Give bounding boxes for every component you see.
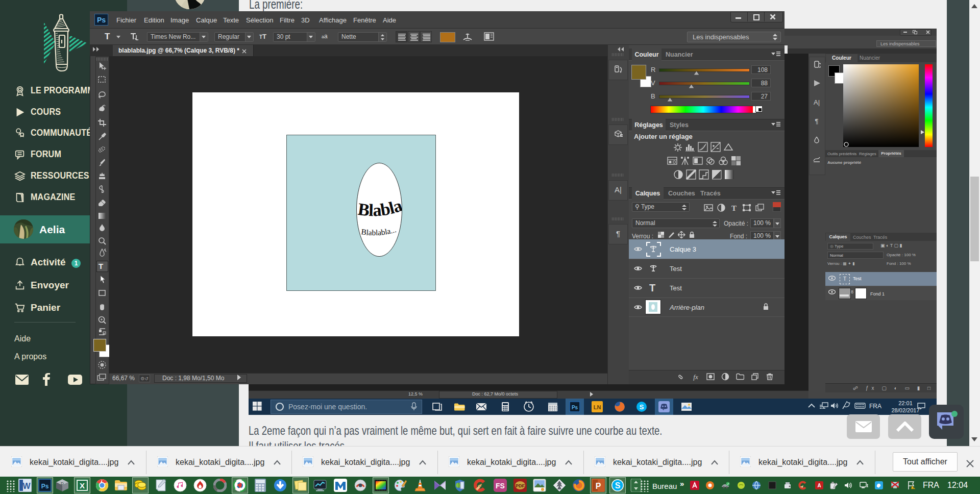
svg-text:W: W [22, 482, 31, 490]
svg-text:D: D [61, 481, 64, 486]
svg-text:Ps: Ps [572, 405, 578, 410]
svg-text:A: A [817, 483, 821, 488]
svg-text:A|: A| [814, 98, 820, 106]
svg-text:¶: ¶ [815, 117, 819, 125]
svg-text:S: S [615, 481, 621, 490]
svg-text:A|: A| [615, 185, 622, 194]
svg-text:T: T [731, 204, 737, 212]
svg-text:FS: FS [496, 482, 505, 490]
svg-text:S: S [640, 403, 644, 411]
svg-text:P: P [596, 482, 601, 490]
svg-text:fx: fx [693, 373, 698, 381]
svg-text:LN: LN [594, 404, 601, 410]
svg-text:¶: ¶ [616, 229, 620, 238]
svg-text:PDF: PDF [516, 483, 525, 488]
svg-text:X: X [80, 481, 85, 490]
svg-text:!: ! [913, 486, 914, 489]
svg-text:Ps: Ps [41, 483, 49, 490]
